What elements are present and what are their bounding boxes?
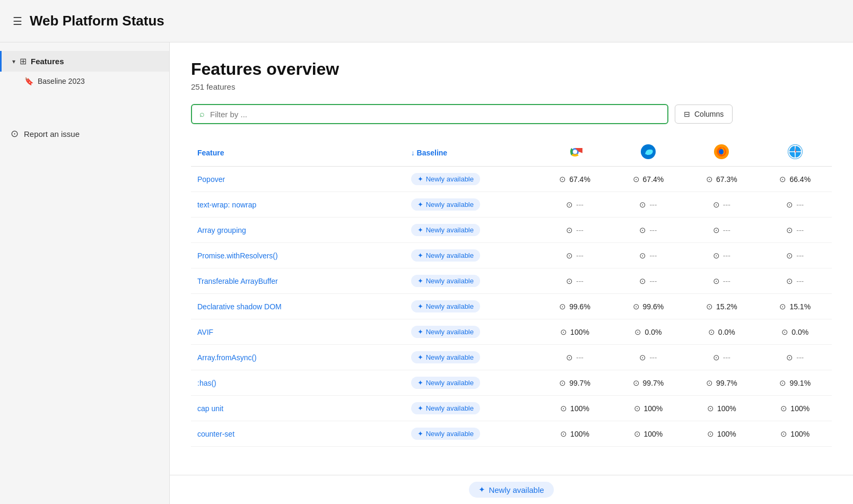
feature-name-link[interactable]: Popover bbox=[197, 175, 225, 184]
col-header-baseline[interactable]: ↓ Baseline bbox=[405, 139, 538, 167]
main-layout: ▾ ⊞ Features 🔖 Baseline 2023 ⊙ Report an… bbox=[0, 42, 853, 504]
check-icon: ⊙ bbox=[560, 327, 567, 337]
feature-name-link[interactable]: counter-set bbox=[197, 430, 234, 438]
check-icon: ⊙ bbox=[559, 175, 566, 184]
chrome-value: --- bbox=[576, 226, 584, 234]
col-header-feature[interactable]: Feature bbox=[191, 139, 405, 167]
safari-cell: ⊙--- bbox=[759, 243, 832, 268]
svg-point-3 bbox=[573, 150, 577, 154]
safari-cell: ⊙100% bbox=[759, 421, 832, 447]
newly-badge: ✦ Newly available bbox=[411, 275, 480, 287]
footer-area: ✦ Newly available bbox=[170, 475, 853, 504]
check-icon: ⊙ bbox=[780, 404, 787, 413]
chrome-icon bbox=[568, 144, 582, 159]
edge-cell: ⊙99.6% bbox=[612, 294, 685, 319]
firefox-value: --- bbox=[723, 251, 730, 260]
safari-cell: ⊙99.1% bbox=[759, 370, 832, 396]
firefox-value: --- bbox=[723, 277, 730, 285]
firefox-cell: ⊙100% bbox=[685, 421, 758, 447]
newly-badge: ✦ Newly available bbox=[411, 377, 480, 389]
sidebar-report-issue[interactable]: ⊙ Report an issue bbox=[0, 123, 169, 145]
feature-name-link[interactable]: Array.fromAsync() bbox=[197, 353, 257, 362]
table-row: Array grouping✦ Newly available⊙---⊙---⊙… bbox=[191, 218, 832, 243]
chrome-value: --- bbox=[576, 277, 584, 285]
firefox-cell: ⊙--- bbox=[685, 243, 758, 268]
columns-button[interactable]: ⊟ Columns bbox=[675, 105, 733, 124]
safari-cell: ⊙0.0% bbox=[759, 319, 832, 345]
safari-value: 100% bbox=[790, 404, 810, 413]
edge-value: --- bbox=[649, 277, 657, 285]
edge-cell: ⊙0.0% bbox=[612, 319, 685, 345]
check-icon: ⊙ bbox=[634, 327, 641, 337]
check-icon: ⊙ bbox=[566, 225, 573, 235]
footer-newly-badge: ✦ Newly available bbox=[469, 482, 553, 498]
sparkle-icon: ✦ bbox=[417, 404, 423, 412]
feature-name-link[interactable]: text-wrap: nowrap bbox=[197, 201, 256, 209]
firefox-value: --- bbox=[723, 201, 730, 209]
check-icon: ⊙ bbox=[707, 429, 714, 439]
check-icon: ⊙ bbox=[706, 378, 713, 388]
sidebar-item-features[interactable]: ▾ ⊞ Features bbox=[0, 51, 169, 72]
chrome-value: 67.4% bbox=[569, 175, 590, 184]
chrome-cell: ⊙--- bbox=[538, 345, 611, 370]
firefox-cell: ⊙--- bbox=[685, 192, 758, 218]
edge-cell: ⊙--- bbox=[612, 268, 685, 294]
edge-value: 0.0% bbox=[645, 328, 661, 336]
feature-name-link[interactable]: Promise.withResolvers() bbox=[197, 251, 278, 260]
firefox-value: 100% bbox=[717, 430, 736, 438]
feature-name-link[interactable]: AVIF bbox=[197, 328, 213, 336]
feature-name-link[interactable]: :has() bbox=[197, 379, 216, 387]
check-icon: ⊙ bbox=[566, 353, 573, 362]
feature-name-link[interactable]: cap unit bbox=[197, 404, 223, 413]
table-body: Popover✦ Newly available⊙67.4%⊙67.4%⊙67.… bbox=[191, 167, 832, 447]
sparkle-icon: ✦ bbox=[417, 251, 423, 259]
firefox-cell: ⊙99.7% bbox=[685, 370, 758, 396]
filter-input[interactable] bbox=[210, 110, 660, 119]
newly-badge: ✦ Newly available bbox=[411, 326, 480, 338]
table-row: Transferable ArrayBuffer✦ Newly availabl… bbox=[191, 268, 832, 294]
sparkle-icon: ✦ bbox=[417, 328, 423, 336]
chrome-cell: ⊙100% bbox=[538, 396, 611, 421]
sparkle-icon: ✦ bbox=[417, 175, 423, 183]
safari-cell: ⊙--- bbox=[759, 218, 832, 243]
check-icon: ⊙ bbox=[559, 302, 566, 311]
features-table: Feature ↓ Baseline bbox=[191, 139, 832, 447]
edge-cell: ⊙67.4% bbox=[612, 167, 685, 192]
col-header-safari bbox=[759, 139, 832, 167]
chrome-value: 99.7% bbox=[569, 379, 590, 387]
safari-value: 0.0% bbox=[791, 328, 808, 336]
firefox-value: 15.2% bbox=[716, 302, 737, 311]
check-icon: ⊙ bbox=[706, 302, 713, 311]
check-icon: ⊙ bbox=[786, 276, 793, 286]
check-icon: ⊙ bbox=[639, 251, 646, 260]
check-icon: ⊙ bbox=[713, 200, 720, 210]
sidebar-report-label: Report an issue bbox=[24, 129, 80, 138]
edge-value: 100% bbox=[644, 404, 663, 413]
check-icon: ⊙ bbox=[634, 429, 641, 439]
firefox-value: 99.7% bbox=[716, 379, 737, 387]
chrome-cell: ⊙99.7% bbox=[538, 370, 611, 396]
check-icon: ⊙ bbox=[713, 251, 720, 260]
check-icon: ⊙ bbox=[779, 302, 786, 311]
chrome-value: 99.6% bbox=[569, 302, 590, 311]
check-icon: ⊙ bbox=[633, 175, 640, 184]
sparkle-icon: ✦ bbox=[417, 277, 423, 285]
feature-name-link[interactable]: Array grouping bbox=[197, 226, 246, 234]
sidebar-features-label: Features bbox=[31, 57, 64, 66]
edge-value: 67.4% bbox=[643, 175, 664, 184]
feature-name-link[interactable]: Declarative shadow DOM bbox=[197, 302, 282, 311]
feature-name-link[interactable]: Transferable ArrayBuffer bbox=[197, 277, 278, 285]
check-icon: ⊙ bbox=[639, 276, 646, 286]
table-row: :has()✦ Newly available⊙99.7%⊙99.7%⊙99.7… bbox=[191, 370, 832, 396]
sidebar-item-baseline2023[interactable]: 🔖 Baseline 2023 bbox=[0, 72, 169, 91]
check-icon: ⊙ bbox=[639, 200, 646, 210]
hamburger-icon[interactable]: ☰ bbox=[13, 15, 22, 28]
chrome-cell: ⊙--- bbox=[538, 268, 611, 294]
bookmark-icon: 🔖 bbox=[24, 77, 33, 85]
safari-value: --- bbox=[796, 353, 804, 362]
page-subtitle: 251 features bbox=[191, 82, 832, 91]
sparkle-icon: ✦ bbox=[417, 226, 423, 234]
firefox-cell: ⊙--- bbox=[685, 345, 758, 370]
table-row: Promise.withResolvers()✦ Newly available… bbox=[191, 243, 832, 268]
safari-cell: ⊙100% bbox=[759, 396, 832, 421]
